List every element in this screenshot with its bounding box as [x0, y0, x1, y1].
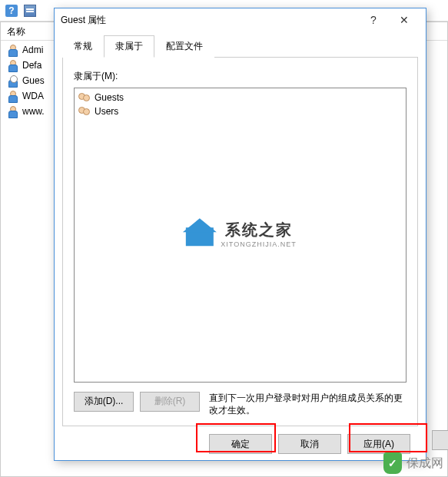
apply-button[interactable]: 应用(A) — [347, 434, 410, 454]
tab-profile[interactable]: 配置文件 — [154, 35, 214, 58]
panel-toolbar-button[interactable] — [22, 2, 38, 19]
watermark-logo: 系统之家 XITONGZHIJIA.NET — [184, 220, 296, 250]
list-item-label: WDA — [22, 91, 44, 101]
user-icon — [7, 105, 19, 118]
remove-button: 删除(R) — [140, 392, 200, 412]
watermark-subtitle: XITONGZHIJIA.NET — [221, 240, 296, 248]
member-item-label: Users — [95, 106, 118, 117]
member-item[interactable]: Users — [77, 104, 403, 118]
membership-note: 直到下一次用户登录时对用户的组成员关系的更改才生效。 — [206, 392, 407, 416]
group-icon — [78, 91, 91, 104]
list-item-label: Admi — [22, 45, 43, 55]
dialog-titlebar: Guest 属性 ? ✕ — [55, 8, 426, 31]
user-icon — [7, 90, 19, 102]
dialog-help-button[interactable]: ? — [358, 9, 389, 31]
footer-text: 保成网 — [407, 455, 443, 472]
help-icon: ? — [5, 5, 18, 17]
shield-icon — [383, 452, 402, 474]
tab-member-of[interactable]: 隶属于 — [104, 35, 154, 58]
list-buttons-row: 添加(D)... 删除(R) 直到下一次用户登录时对用户的组成员关系的更改才生效… — [74, 392, 407, 416]
tab-strip: 常规 隶属于 配置文件 — [62, 35, 418, 58]
cancel-button[interactable]: 取消 — [278, 434, 341, 454]
dialog-body: 常规 隶属于 配置文件 隶属于(M): Guests Users 系统之家 XI… — [55, 31, 426, 460]
footer-watermark: 保成网 — [383, 452, 443, 474]
panel-icon — [24, 5, 36, 17]
house-icon — [184, 220, 214, 248]
member-item[interactable]: Guests — [77, 91, 403, 104]
dialog-title-text: Guest 属性 — [61, 14, 358, 27]
user-icon — [7, 59, 19, 71]
add-button[interactable]: 添加(D)... — [74, 392, 134, 412]
list-item-label: Defa — [22, 60, 41, 71]
tab-content: 隶属于(M): Guests Users 系统之家 XITONGZHIJIA.N… — [62, 58, 418, 426]
properties-dialog: Guest 属性 ? ✕ 常规 隶属于 配置文件 隶属于(M): Guests … — [54, 8, 426, 461]
list-item-label: www. — [22, 106, 45, 117]
tab-general[interactable]: 常规 — [62, 35, 104, 58]
dialog-close-button[interactable]: ✕ — [389, 9, 420, 31]
user-guest-icon — [7, 75, 19, 87]
user-icon — [7, 44, 19, 56]
group-icon — [78, 105, 91, 118]
member-of-label: 隶属于(M): — [74, 70, 407, 83]
member-of-listbox[interactable]: Guests Users 系统之家 XITONGZHIJIA.NET — [74, 88, 407, 383]
help-toolbar-button[interactable]: ? — [3, 2, 20, 19]
dialog-button-row: 确定 取消 应用(A) — [62, 426, 418, 454]
member-item-label: Guests — [95, 92, 124, 103]
list-item-label: Gues — [22, 75, 45, 86]
ok-button[interactable]: 确定 — [209, 434, 272, 454]
help-button[interactable]: 帮助 — [432, 430, 448, 450]
watermark-title: 系统之家 — [221, 220, 296, 240]
